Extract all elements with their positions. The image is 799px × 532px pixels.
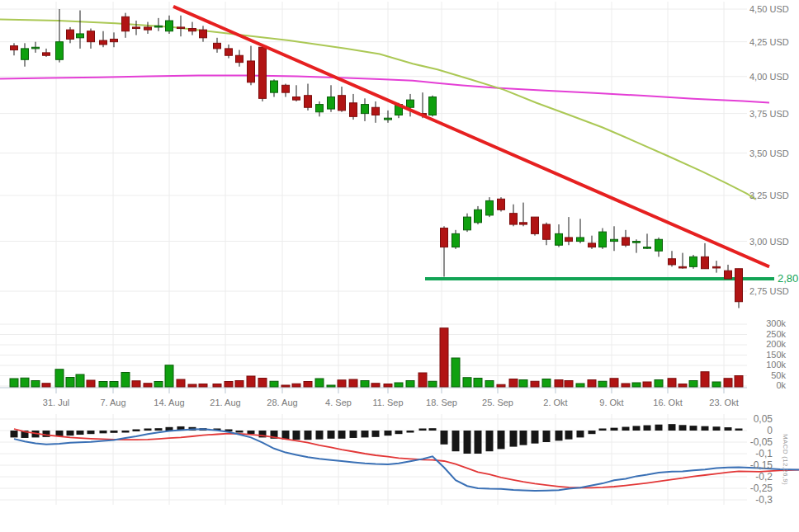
volume-bar[interactable] <box>144 384 152 387</box>
macd-histogram-bar[interactable] <box>475 431 482 454</box>
candle[interactable] <box>532 217 539 236</box>
volume-bar[interactable] <box>258 379 267 388</box>
volume-bar[interactable] <box>598 381 607 387</box>
volume-bar[interactable] <box>701 372 709 387</box>
volume-bar[interactable] <box>132 381 140 387</box>
candle[interactable] <box>166 16 173 34</box>
macd-histogram-bar[interactable] <box>338 431 346 439</box>
volume-bar[interactable] <box>177 379 185 387</box>
volume-bar[interactable] <box>395 383 403 387</box>
candle[interactable] <box>271 79 278 97</box>
volume-bar[interactable] <box>724 379 732 387</box>
volume-bar[interactable] <box>735 376 743 388</box>
macd-histogram-bar[interactable] <box>133 430 140 432</box>
volume-bar[interactable] <box>55 370 64 387</box>
candle[interactable] <box>589 236 596 249</box>
volume-bar[interactable] <box>270 381 278 387</box>
macd-histogram-bar[interactable] <box>305 431 312 440</box>
macd-histogram-bar[interactable] <box>350 431 357 438</box>
candle[interactable] <box>338 87 346 112</box>
macd-histogram-bar[interactable] <box>429 428 437 431</box>
candle[interactable] <box>690 255 697 269</box>
macd-histogram-bar[interactable] <box>407 431 414 433</box>
volume-bar[interactable] <box>406 381 414 388</box>
macd-histogram-bar[interactable] <box>520 431 527 445</box>
candle[interactable] <box>111 32 118 47</box>
candle[interactable] <box>155 18 163 31</box>
candle[interactable] <box>669 251 676 266</box>
macd-histogram-bar[interactable] <box>236 431 243 433</box>
volume-bar[interactable] <box>361 381 369 388</box>
volume-bar[interactable] <box>371 384 380 387</box>
volume-bar[interactable] <box>99 382 107 388</box>
candle[interactable] <box>622 230 630 247</box>
macd-histogram-bar[interactable] <box>67 431 74 435</box>
volume-bar[interactable] <box>225 382 233 388</box>
macd-histogram-bar[interactable] <box>452 431 460 451</box>
macd-histogram-bar[interactable] <box>100 431 107 433</box>
macd-histogram-bar[interactable] <box>655 425 663 431</box>
candle[interactable] <box>725 265 732 279</box>
volume-bar[interactable] <box>668 379 676 387</box>
volume-bar[interactable] <box>452 358 460 387</box>
macd-histogram-bar[interactable] <box>679 425 687 431</box>
macd-histogram-bar[interactable] <box>725 427 732 431</box>
macd-histogram-bar[interactable] <box>611 428 618 431</box>
volume-bar[interactable] <box>440 328 448 387</box>
candle[interactable] <box>577 219 584 243</box>
volume-bar[interactable] <box>485 381 494 388</box>
candle[interactable] <box>189 22 196 35</box>
macd-histogram-bar[interactable] <box>565 431 573 440</box>
candle[interactable] <box>225 45 233 59</box>
macd-histogram-bar[interactable] <box>144 429 152 431</box>
candle[interactable] <box>556 224 563 247</box>
volume-bar[interactable] <box>87 380 95 387</box>
volume-bar[interactable] <box>154 382 163 388</box>
candle[interactable] <box>633 239 641 252</box>
candle[interactable] <box>122 13 130 38</box>
volume-bar[interactable] <box>121 373 130 388</box>
volume-bar[interactable] <box>10 379 18 387</box>
candle[interactable] <box>498 197 505 211</box>
macd-histogram-bar[interactable] <box>486 431 494 451</box>
macd-histogram-bar[interactable] <box>589 431 596 434</box>
volume-bar[interactable] <box>610 379 618 387</box>
macd-histogram-bar[interactable] <box>498 431 505 449</box>
volume-bar[interactable] <box>327 385 335 387</box>
macd-histogram-bar[interactable] <box>622 427 630 431</box>
volume-bar[interactable] <box>42 384 50 387</box>
candle[interactable] <box>565 217 573 245</box>
macd-histogram-bar[interactable] <box>633 426 641 431</box>
candle[interactable] <box>735 269 743 308</box>
candle[interactable] <box>11 43 18 55</box>
volume-bar[interactable] <box>678 384 687 388</box>
volume-bar[interactable] <box>110 382 118 388</box>
volume-bar[interactable] <box>712 382 721 387</box>
candle[interactable] <box>293 85 300 101</box>
volume-bar[interactable] <box>188 384 196 387</box>
volume-bar[interactable] <box>689 381 697 388</box>
volume-bar[interactable] <box>565 381 573 388</box>
volume-bar[interactable] <box>315 379 324 387</box>
macd-histogram-bar[interactable] <box>362 431 369 437</box>
macd-histogram-bar[interactable] <box>644 426 651 431</box>
candle[interactable] <box>214 38 221 53</box>
volume-bar[interactable] <box>519 380 527 388</box>
volume-bar[interactable] <box>235 381 243 388</box>
candle[interactable] <box>350 94 357 120</box>
volume-bar[interactable] <box>21 378 29 387</box>
volume-bar[interactable] <box>655 380 663 388</box>
macd-histogram-bar[interactable] <box>111 431 118 433</box>
volume-bar[interactable] <box>622 384 630 387</box>
candle[interactable] <box>679 253 687 269</box>
candle[interactable] <box>543 223 551 245</box>
candle[interactable] <box>385 111 392 123</box>
macd-histogram-bar[interactable] <box>599 429 607 431</box>
candle[interactable] <box>43 49 50 57</box>
candle[interactable] <box>328 85 335 111</box>
volume-bar[interactable] <box>384 384 392 388</box>
macd-histogram-bar[interactable] <box>293 431 300 440</box>
candle[interactable] <box>452 230 460 249</box>
volume-bar[interactable] <box>542 379 551 388</box>
macd-histogram-bar[interactable] <box>510 431 518 447</box>
